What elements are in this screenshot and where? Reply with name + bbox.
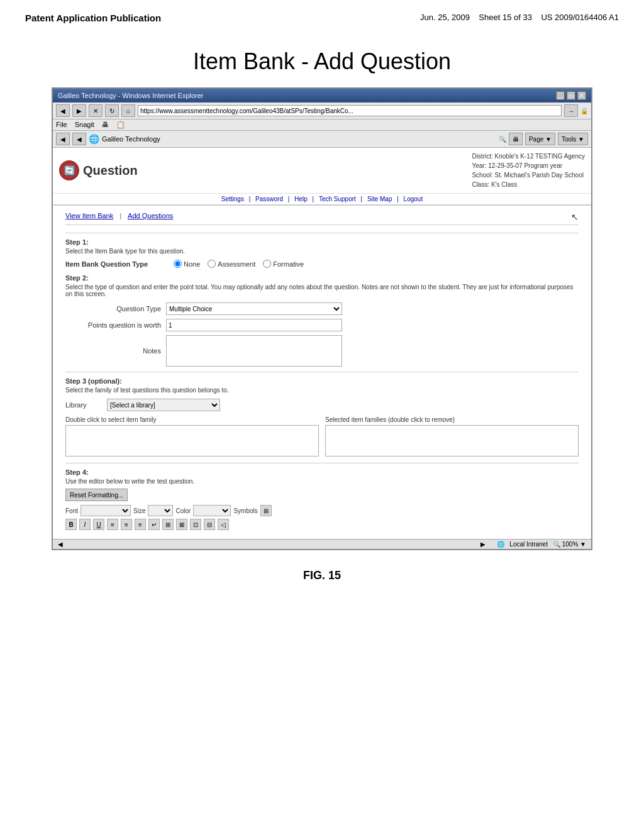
- district-info: District: Knoble's K-12 TESTING Agency Y…: [472, 152, 585, 189]
- radio-assessment-input[interactable]: [208, 260, 216, 268]
- link-button[interactable]: ⊡: [190, 519, 201, 530]
- italic-button[interactable]: I: [79, 519, 91, 530]
- nav-site-map[interactable]: Site Map: [367, 196, 392, 202]
- menu-bar: File Snagit 🖶 📋: [53, 119, 591, 131]
- nav-settings[interactable]: Settings: [221, 196, 244, 202]
- symbols-button[interactable]: ⊞: [260, 505, 272, 516]
- underline-button[interactable]: U: [93, 519, 104, 530]
- home-button[interactable]: ⌂: [121, 104, 135, 117]
- tab-add-questions[interactable]: Add Questions: [128, 212, 173, 222]
- radio-formative-input[interactable]: [263, 260, 271, 268]
- app-header: 🔄 Question District: Knoble's K-12 TESTI…: [53, 148, 591, 194]
- radio-group-label: Item Bank Question Type: [65, 260, 166, 268]
- minimize-button[interactable]: _: [556, 91, 565, 100]
- step4-desc: Use the editor below to write the test q…: [65, 478, 579, 485]
- back-button[interactable]: ◀: [56, 104, 70, 117]
- table-button[interactable]: ⊞: [162, 519, 174, 530]
- address-bar: ◀ ▶ ✕ ↻ ⌂ → 🔒: [53, 102, 591, 119]
- browser-window: Galileo Technology - Windows Internet Ex…: [52, 87, 592, 550]
- print-button[interactable]: 🖶: [509, 133, 523, 145]
- menu-tools-icon[interactable]: 🖶: [102, 121, 109, 129]
- question-type-row: Question Type Multiple Choice True/False…: [65, 302, 579, 315]
- toolbar-label: Galileo Technology: [102, 135, 160, 143]
- nav-help[interactable]: Help: [294, 196, 308, 202]
- tabs-row: View Item Bank | Add Questions ↖: [65, 212, 579, 225]
- step4-heading: Step 4:: [65, 468, 579, 476]
- toolbar-forward-icon[interactable]: ◀: [72, 133, 86, 145]
- radio-formative-label: Formative: [273, 260, 304, 268]
- align-center-button[interactable]: ≡: [121, 519, 132, 530]
- item-family-inner[interactable]: [65, 425, 319, 456]
- stop-button[interactable]: ✕: [89, 104, 103, 117]
- address-input[interactable]: [138, 105, 562, 116]
- symbols-label: Symbols: [233, 507, 257, 514]
- scroll-left-button[interactable]: ◀: [58, 541, 63, 548]
- logo-icon: 🔄: [59, 160, 79, 180]
- indent-button[interactable]: ↵: [148, 519, 160, 530]
- size-select[interactable]: [148, 505, 173, 516]
- double-list-row: Double click to select item family Selec…: [65, 416, 579, 456]
- step3-heading: Step 3 (optional):: [65, 377, 579, 385]
- reset-formatting-button[interactable]: Reset Formatting...: [65, 489, 128, 501]
- bold-button[interactable]: B: [65, 519, 77, 530]
- radio-assessment[interactable]: Assessment: [208, 260, 255, 268]
- year-line: Year: 12-29-35-07 Program year: [472, 161, 585, 170]
- step1-radio-group: Item Bank Question Type None Assessment …: [65, 260, 579, 268]
- title-bar: Galileo Technology - Windows Internet Ex…: [53, 89, 591, 102]
- go-button[interactable]: →: [564, 104, 578, 117]
- editor-format-buttons: B I U ≡ ≡ ≡ ↵ ⊞ ⊠ ⊡ ⊟ ◁: [65, 519, 579, 530]
- close-button[interactable]: ✕: [577, 91, 586, 100]
- menu-snagit[interactable]: Snagit: [75, 121, 94, 129]
- radio-none-input[interactable]: [174, 260, 182, 268]
- preview-button[interactable]: ◁: [218, 519, 229, 530]
- align-right-button[interactable]: ≡: [135, 519, 146, 530]
- radio-formative[interactable]: Formative: [263, 260, 304, 268]
- points-input[interactable]: [166, 319, 342, 331]
- patent-meta: Jun. 25, 2009 Sheet 15 of 33 US 2009/016…: [420, 13, 619, 22]
- restore-button[interactable]: ▭: [567, 91, 575, 100]
- page-button[interactable]: Page ▼: [525, 133, 555, 145]
- forward-button[interactable]: ▶: [72, 104, 86, 117]
- step2-desc: Select the type of question and enter th…: [65, 284, 579, 297]
- notes-row: Notes: [65, 335, 579, 367]
- nav-logout[interactable]: Logout: [404, 196, 423, 202]
- zoom-level: 🔍 100% ▼: [553, 541, 586, 548]
- font-select[interactable]: [80, 505, 131, 516]
- selected-family-inner[interactable]: [325, 425, 579, 456]
- figure-caption: FIG. 15: [0, 569, 644, 582]
- district-line: District: Knoble's K-12 TESTING Agency: [472, 152, 585, 161]
- scroll-right-button[interactable]: ▶: [480, 541, 486, 548]
- toolbar-right: 🔍 🖶 Page ▼ Tools ▼: [499, 133, 588, 145]
- status-bar: ◀ ▶ 🌐 Local Intranet 🔍 100% ▼: [53, 539, 591, 549]
- question-type-select[interactable]: Multiple Choice True/False Short Answer …: [166, 302, 342, 315]
- tools-button[interactable]: Tools ▼: [558, 133, 588, 145]
- class-line: Class: K's Class: [472, 180, 585, 189]
- item-family-label: Double click to select item family: [65, 416, 319, 423]
- menu-tools2-icon[interactable]: 📋: [116, 121, 125, 129]
- unlink-button[interactable]: ⊟: [204, 519, 215, 530]
- refresh-button[interactable]: ↻: [105, 104, 119, 117]
- notes-textarea[interactable]: [166, 335, 342, 367]
- image-button[interactable]: ⊠: [176, 519, 187, 530]
- nav-password[interactable]: Password: [255, 196, 283, 202]
- security-icon: 🔒: [580, 108, 588, 114]
- galileo-icon: 🌐: [89, 134, 99, 144]
- browser-toolbar: ◀ ◀ 🌐 Galileo Technology 🔍 🖶 Page ▼ Tool…: [53, 131, 591, 148]
- align-left-button[interactable]: ≡: [107, 519, 118, 530]
- item-family-list: Double click to select item family: [65, 416, 319, 456]
- logo-text: Question: [83, 163, 138, 178]
- color-label: Color: [175, 507, 191, 514]
- step2-heading: Step 2:: [65, 274, 579, 282]
- nav-tech-support[interactable]: Tech Support: [319, 196, 356, 202]
- toolbar-back-icon[interactable]: ◀: [56, 133, 70, 145]
- library-select[interactable]: [Select a library]: [107, 399, 220, 411]
- radio-none[interactable]: None: [174, 260, 200, 268]
- tab-view-item-bank[interactable]: View Item Bank: [65, 212, 113, 222]
- local-intranet-icon: 🌐: [497, 541, 504, 548]
- editor-toolbar: Font Size Color Symbols ⊞: [65, 505, 579, 516]
- color-select[interactable]: [193, 505, 231, 516]
- step1-desc: Select the Item Bank type for this quest…: [65, 248, 579, 255]
- menu-file[interactable]: File: [56, 121, 67, 129]
- main-content: View Item Bank | Add Questions ↖ Step 1:…: [53, 206, 591, 539]
- divider-2: [65, 372, 579, 372]
